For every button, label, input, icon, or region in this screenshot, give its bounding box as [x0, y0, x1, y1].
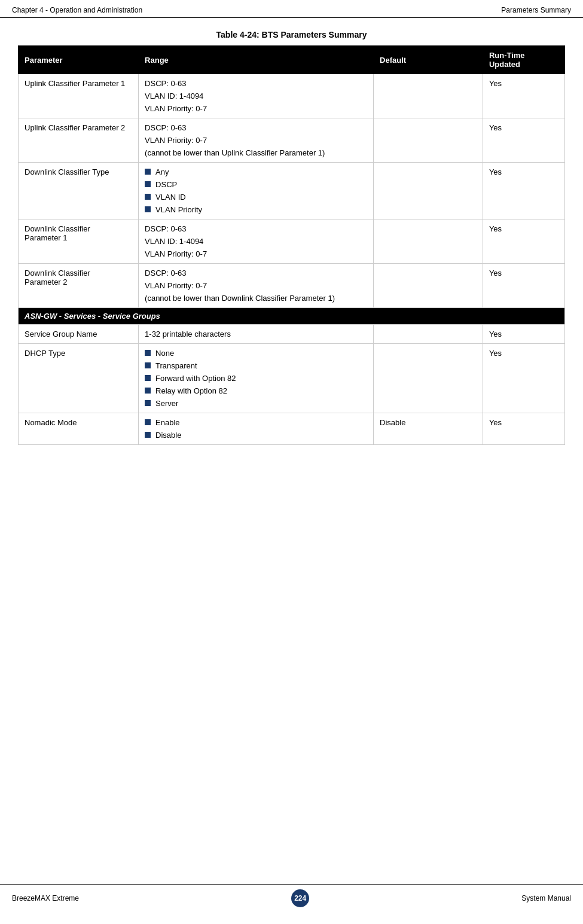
param-cell: Nomadic Mode [19, 413, 139, 445]
runtime-cell: Yes [483, 74, 564, 118]
section-title: Parameters Summary [501, 6, 571, 14]
range-line: VLAN Priority: 0-7 [145, 136, 367, 145]
table-row: Downlink Classifier Parameter 1DSCP: 0-6… [19, 219, 565, 264]
bullet-item: DSCP [145, 180, 367, 189]
range-line: VLAN Priority: 0-7 [145, 281, 367, 290]
param-cell: Downlink Classifier Parameter 1 [19, 219, 139, 264]
runtime-cell: Yes [483, 413, 564, 445]
range-cell: DSCP: 0-63VLAN ID: 1-4094VLAN Priority: … [139, 219, 374, 264]
col-header-parameter: Parameter [19, 46, 139, 74]
range-line: DSCP: 0-63 [145, 123, 367, 132]
runtime-cell: Yes [483, 264, 564, 308]
param-cell: Uplink Classifier Parameter 1 [19, 74, 139, 118]
range-line: DSCP: 0-63 [145, 79, 367, 88]
bullet-text: Relay with Option 82 [155, 386, 227, 395]
default-cell [374, 163, 483, 219]
bullet-text: DSCP [155, 180, 177, 189]
table-row: Uplink Classifier Parameter 2DSCP: 0-63V… [19, 118, 565, 163]
range-line: VLAN ID: 1-4094 [145, 237, 367, 246]
range-line: (cannot be lower than Uplink Classifier … [145, 148, 367, 157]
bullet-icon [145, 362, 151, 368]
bullet-item: Transparent [145, 361, 367, 370]
page-number: 224 [291, 889, 309, 907]
range-cell: DSCP: 0-63VLAN ID: 1-4094VLAN Priority: … [139, 74, 374, 118]
param-cell: Service Group Name [19, 325, 139, 344]
parameters-table: Parameter Range Default Run-TimeUpdated … [18, 45, 565, 445]
bullet-icon [145, 350, 151, 356]
range-line: VLAN Priority: 0-7 [145, 249, 367, 258]
bullet-text: VLAN Priority [155, 205, 202, 214]
bullet-item: Forward with Option 82 [145, 374, 367, 383]
bullet-text: Forward with Option 82 [155, 374, 236, 383]
bullet-icon [145, 181, 151, 187]
footer-left: BreezeMAX Extreme [12, 894, 79, 902]
page-content: Table 4-24: BTS Parameters Summary Param… [0, 18, 583, 457]
range-cell: AnyDSCPVLAN IDVLAN Priority [139, 163, 374, 219]
bullet-item: VLAN Priority [145, 205, 367, 214]
bullet-icon [145, 432, 151, 438]
col-header-range: Range [139, 46, 374, 74]
param-cell: Downlink Classifier Parameter 2 [19, 264, 139, 308]
bullet-text: VLAN ID [155, 193, 186, 202]
bullet-item: Enable [145, 418, 367, 427]
bullet-icon [145, 419, 151, 425]
bullet-item: None [145, 349, 367, 358]
range-line: (cannot be lower than Downlink Classifie… [145, 294, 367, 303]
footer-right: System Manual [521, 894, 571, 902]
bullet-text: Transparent [155, 361, 197, 370]
bullet-text: Enable [155, 418, 179, 427]
runtime-cell: Yes [483, 219, 564, 264]
default-cell [374, 219, 483, 264]
bullet-icon [145, 400, 151, 406]
bullet-icon [145, 375, 151, 381]
col-header-runtime: Run-TimeUpdated [483, 46, 564, 74]
range-line: DSCP: 0-63 [145, 269, 367, 277]
bullet-item: Relay with Option 82 [145, 386, 367, 395]
chapter-title: Chapter 4 - Operation and Administration [12, 6, 142, 14]
default-cell [374, 344, 483, 413]
range-line: DSCP: 0-63 [145, 224, 367, 233]
bullet-icon [145, 206, 151, 212]
section-label: ASN-GW - Services - Service Groups [19, 308, 565, 325]
bullet-icon [145, 388, 151, 394]
range-cell: EnableDisable [139, 413, 374, 445]
page-header: Chapter 4 - Operation and Administration… [0, 0, 583, 18]
bullet-text: None [155, 349, 174, 358]
bullet-item: Disable [145, 431, 367, 440]
bullet-item: Server [145, 399, 367, 408]
table-header-row: Parameter Range Default Run-TimeUpdated [19, 46, 565, 74]
range-cell: NoneTransparentForward with Option 82Rel… [139, 344, 374, 413]
range-cell: 1-32 printable characters [139, 325, 374, 344]
default-cell [374, 118, 483, 163]
param-cell: Downlink Classifier Type [19, 163, 139, 219]
bullet-item: VLAN ID [145, 193, 367, 202]
range-line: 1-32 printable characters [145, 330, 367, 339]
table-row: Service Group Name1-32 printable charact… [19, 325, 565, 344]
bullet-text: Server [155, 399, 178, 408]
default-cell [374, 325, 483, 344]
default-cell [374, 264, 483, 308]
table-row: Uplink Classifier Parameter 1DSCP: 0-63V… [19, 74, 565, 118]
table-row: Nomadic ModeEnableDisableDisableYes [19, 413, 565, 445]
range-line: VLAN ID: 1-4094 [145, 92, 367, 100]
runtime-cell: Yes [483, 118, 564, 163]
table-row: Downlink Classifier TypeAnyDSCPVLAN IDVL… [19, 163, 565, 219]
param-cell: Uplink Classifier Parameter 2 [19, 118, 139, 163]
bullet-icon [145, 194, 151, 200]
param-cell: DHCP Type [19, 344, 139, 413]
range-cell: DSCP: 0-63VLAN Priority: 0-7(cannot be l… [139, 264, 374, 308]
col-header-default: Default [374, 46, 483, 74]
table-row: Downlink Classifier Parameter 2DSCP: 0-6… [19, 264, 565, 308]
section-row: ASN-GW - Services - Service Groups [19, 308, 565, 325]
range-line: VLAN Priority: 0-7 [145, 104, 367, 113]
runtime-cell: Yes [483, 325, 564, 344]
page-footer: BreezeMAX Extreme 224 System Manual [0, 884, 583, 912]
bullet-item: Any [145, 167, 367, 176]
runtime-cell: Yes [483, 163, 564, 219]
default-cell [374, 74, 483, 118]
runtime-cell: Yes [483, 344, 564, 413]
bullet-icon [145, 169, 151, 175]
range-cell: DSCP: 0-63VLAN Priority: 0-7(cannot be l… [139, 118, 374, 163]
default-cell: Disable [374, 413, 483, 445]
bullet-text: Disable [155, 431, 181, 440]
